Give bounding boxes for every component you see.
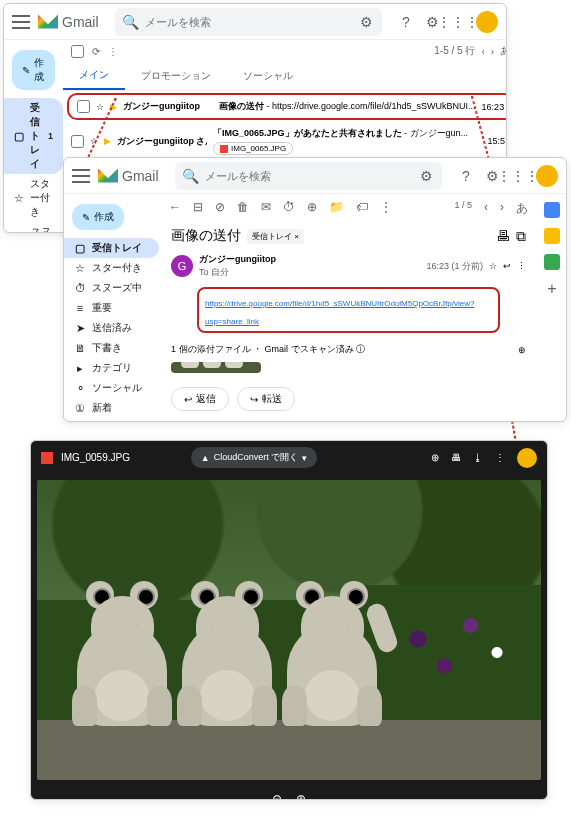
image-content bbox=[37, 480, 541, 780]
account-avatar[interactable] bbox=[536, 165, 558, 187]
forward-button[interactable]: ↪ 転送 bbox=[237, 387, 295, 411]
more-icon[interactable]: ⋮ bbox=[108, 46, 118, 57]
account-avatar[interactable] bbox=[476, 11, 498, 33]
spam-icon[interactable]: ⊘ bbox=[215, 200, 225, 217]
filter-icon[interactable]: ⚙ bbox=[358, 14, 374, 30]
add-to-drive-icon[interactable]: ⊕ bbox=[518, 345, 526, 355]
tab-social[interactable]: ソーシャル bbox=[227, 62, 309, 90]
more-icon[interactable]: ⋮ bbox=[495, 452, 505, 463]
sidebar-snoozed[interactable]: ⏱スヌーズ中 bbox=[4, 222, 63, 233]
select-all-checkbox[interactable] bbox=[71, 45, 84, 58]
ime-icon[interactable]: あ bbox=[500, 44, 507, 58]
download-icon[interactable]: ⭳ bbox=[473, 452, 483, 463]
compose-button[interactable]: ✎ 作成 bbox=[72, 204, 124, 230]
sidebar: ✎ 作成 ▢受信トレイ1 ☆スター付き ⏱スヌーズ中 ≡重要 ➤送信済み 🗎下書… bbox=[4, 40, 63, 232]
gmail-logo[interactable]: Gmail bbox=[38, 14, 99, 30]
sidebar-inbox[interactable]: ▢受信トレイ1 bbox=[4, 98, 63, 174]
viewer-header: IMG_0059.JPG ▲ CloudConvert で開く ▾ ⊕ 🖶 ⭳ … bbox=[31, 441, 547, 474]
sidebar-updates[interactable]: ①新着 bbox=[64, 398, 159, 418]
attachment-thumbnail[interactable] bbox=[171, 362, 261, 373]
filter-icon[interactable]: ⚙ bbox=[418, 168, 434, 184]
sidebar-social[interactable]: ⚬ソーシャル bbox=[64, 378, 159, 398]
more-icon[interactable]: ⋮ bbox=[380, 200, 392, 217]
print-icon[interactable]: 🖶 bbox=[496, 228, 510, 244]
star-icon[interactable]: ☆ bbox=[489, 261, 497, 271]
delete-icon[interactable]: 🗑 bbox=[237, 200, 249, 217]
gmail-logo[interactable]: Gmail bbox=[98, 168, 159, 184]
message-row[interactable]: ☆ ▶ ガンジーgungiitop さん.. 「IMG_0065.JPG」があな… bbox=[63, 122, 507, 161]
tasks-icon[interactable] bbox=[544, 254, 560, 270]
archive-icon[interactable]: ⊟ bbox=[193, 200, 203, 217]
keep-icon[interactable] bbox=[544, 228, 560, 244]
tab-promotions[interactable]: プロモーション bbox=[125, 62, 227, 90]
snooze-icon[interactable]: ⏱ bbox=[283, 200, 295, 217]
message-meta: G ガンジーgungiitop To 自分 16:23 (1 分前) ☆ ↩ ⋮ bbox=[159, 249, 538, 283]
sidebar-inbox[interactable]: ▢受信トレイ bbox=[64, 238, 159, 258]
message-toolbar: ← ⊟ ⊘ 🗑 ✉ ⏱ ⊕ 📁 🏷 ⋮ 1 / 5 ‹ › あ bbox=[159, 194, 538, 223]
menu-icon[interactable] bbox=[12, 15, 30, 29]
header: Gmail 🔍 ⚙ ? ⚙ ⋮⋮⋮ bbox=[64, 158, 566, 194]
sidebar-drafts[interactable]: 🗎下書き bbox=[64, 338, 159, 358]
important-icon[interactable]: ▶ bbox=[104, 136, 111, 146]
row-checkbox[interactable] bbox=[77, 100, 90, 113]
apps-icon[interactable]: ⋮⋮⋮ bbox=[510, 168, 526, 184]
attachment-header: 1 個の添付ファイル ・ Gmail でスキャン済み ⓘ ⊕ bbox=[159, 337, 538, 358]
search-input[interactable] bbox=[205, 170, 412, 182]
addtask-icon[interactable]: ⊕ bbox=[307, 200, 317, 217]
print-icon[interactable]: 🖶 bbox=[451, 452, 461, 463]
message-nav: 1 / 5 bbox=[454, 200, 472, 217]
move-icon[interactable]: 📁 bbox=[329, 200, 344, 217]
help-icon[interactable]: ? bbox=[458, 168, 474, 184]
sidebar-snoozed[interactable]: ⏱スヌーズ中 bbox=[64, 278, 159, 298]
sidebar-forums[interactable]: 💬フォーラム bbox=[64, 418, 159, 422]
star-icon[interactable]: ☆ bbox=[96, 102, 104, 112]
zoom-in-icon[interactable]: ⊕ bbox=[296, 792, 306, 800]
row-checkbox[interactable] bbox=[71, 135, 84, 148]
next-msg-icon[interactable]: › bbox=[500, 200, 504, 217]
drive-link-highlight: https://drive.google.com/file/d/1hd5_sSW… bbox=[197, 287, 500, 333]
search-icon: 🔍 bbox=[183, 168, 199, 184]
drive-link[interactable]: https://drive.google.com/file/d/1hd5_sSW… bbox=[205, 299, 474, 326]
viewer-footer: ⊖ ⊕ bbox=[31, 786, 547, 800]
back-icon[interactable]: ← bbox=[169, 200, 181, 217]
sidebar-starred[interactable]: ☆スター付き bbox=[64, 258, 159, 278]
category-tabs: メイン プロモーション ソーシャル bbox=[63, 62, 507, 91]
sidebar-sent[interactable]: ➤送信済み bbox=[64, 318, 159, 338]
reply-icon[interactable]: ↩ bbox=[503, 261, 511, 271]
help-icon[interactable]: ? bbox=[398, 14, 414, 30]
compose-button[interactable]: ✎ 作成 bbox=[12, 50, 55, 90]
refresh-icon[interactable]: ⟳ bbox=[92, 46, 100, 57]
search-bar[interactable]: 🔍 ⚙ bbox=[115, 8, 382, 36]
sidebar-categories[interactable]: ▸カテゴリ bbox=[64, 358, 159, 378]
unread-icon[interactable]: ✉ bbox=[261, 200, 271, 217]
prev-icon[interactable]: ‹ bbox=[481, 46, 484, 57]
list-toolbar: ⟳ ⋮ 1-5 / 5 行 ‹ › あ bbox=[63, 40, 507, 62]
search-input[interactable] bbox=[145, 16, 352, 28]
side-rail: + bbox=[538, 194, 566, 421]
add-icon[interactable]: + bbox=[547, 280, 556, 298]
sidebar-starred[interactable]: ☆スター付き bbox=[4, 174, 63, 222]
tab-primary[interactable]: メイン bbox=[63, 62, 125, 90]
menu-icon[interactable] bbox=[72, 169, 90, 183]
more-icon[interactable]: ⋮ bbox=[517, 261, 526, 271]
sender-avatar[interactable]: G bbox=[171, 255, 193, 277]
prev-msg-icon[interactable]: ‹ bbox=[484, 200, 488, 217]
account-avatar[interactable] bbox=[517, 448, 537, 468]
next-icon[interactable]: › bbox=[491, 46, 494, 57]
inbox-label[interactable]: 受信トレイ × bbox=[247, 229, 304, 244]
popout-icon[interactable]: ⧉ bbox=[516, 228, 526, 245]
sidebar: ✎ 作成 ▢受信トレイ ☆スター付き ⏱スヌーズ中 ≡重要 ➤送信済み 🗎下書き… bbox=[64, 194, 159, 421]
open-with-button[interactable]: ▲ CloudConvert で開く ▾ bbox=[191, 447, 317, 468]
message-title: 画像の送付 受信トレイ × 🖶 ⧉ bbox=[159, 223, 538, 249]
apps-icon[interactable]: ⋮⋮⋮ bbox=[450, 14, 466, 30]
search-bar[interactable]: 🔍 ⚙ bbox=[175, 162, 442, 190]
message-row[interactable]: ☆ ▶ ガンジーgungiitop 画像の送付 - https://drive.… bbox=[67, 93, 507, 120]
label-icon[interactable]: 🏷 bbox=[356, 200, 368, 217]
reply-button[interactable]: ↩ 返信 bbox=[171, 387, 229, 411]
ime-icon[interactable]: あ bbox=[516, 200, 528, 217]
add-to-drive-icon[interactable]: ⊕ bbox=[431, 452, 439, 463]
calendar-icon[interactable] bbox=[544, 202, 560, 218]
zoom-out-icon[interactable]: ⊖ bbox=[272, 792, 282, 800]
sidebar-important[interactable]: ≡重要 bbox=[64, 298, 159, 318]
filename: IMG_0059.JPG bbox=[61, 452, 130, 463]
